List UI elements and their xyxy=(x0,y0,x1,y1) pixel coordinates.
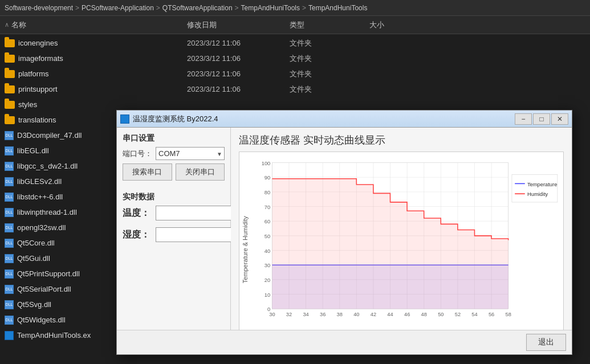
svg-text:36: 36 xyxy=(320,311,325,317)
col-type-header: 类型 xyxy=(290,20,369,30)
svg-text:30: 30 xyxy=(265,262,270,268)
file-name-text: libwinpthread-1.dll xyxy=(17,208,77,216)
svg-text:52: 52 xyxy=(455,311,461,317)
left-panel: 串口设置 端口号： COM7COM1COM2COM3COM4 ▼ 搜索串口 关闭… xyxy=(117,128,231,330)
svg-text:80: 80 xyxy=(265,189,270,195)
svg-text:48: 48 xyxy=(421,311,427,317)
dll-icon: DLL xyxy=(5,300,14,309)
file-name-text: Qt5Gui.dll xyxy=(17,254,50,263)
window-titlebar: 温湿度监测系统 By2022.4 − □ ✕ xyxy=(117,111,572,128)
svg-text:44: 44 xyxy=(387,311,393,317)
column-header: ∧ 名称 修改日期 类型 大小 xyxy=(0,16,590,34)
serial-section: 串口设置 端口号： COM7COM1COM2COM3COM4 ▼ 搜索串口 关闭… xyxy=(123,133,225,181)
file-date: 2023/3/12 11:06 xyxy=(187,69,290,78)
svg-text:46: 46 xyxy=(404,311,410,317)
file-row[interactable]: platforms 2023/3/12 11:06 文件夹 xyxy=(0,66,590,81)
file-name-text: translations xyxy=(18,116,56,124)
file-name-text: printsupport xyxy=(18,85,58,93)
window-title-icon xyxy=(120,114,129,124)
svg-text:34: 34 xyxy=(303,311,308,317)
folder-icon xyxy=(5,70,15,78)
file-name-text: libGLESv2.dll xyxy=(17,177,62,186)
breadcrumb-item-1[interactable]: Software-development xyxy=(5,4,73,12)
svg-text:40: 40 xyxy=(265,248,270,254)
svg-text:58: 58 xyxy=(506,311,511,317)
close-button[interactable]: ✕ xyxy=(551,113,568,125)
port-row: 端口号： COM7COM1COM2COM3COM4 ▼ xyxy=(123,147,225,160)
breadcrumb-sep-3: > xyxy=(235,4,239,12)
file-row[interactable]: imageformats 2023/3/12 11:06 文件夹 xyxy=(0,51,590,66)
file-name-text: Qt5Core.dll xyxy=(17,239,55,247)
minimize-button[interactable]: − xyxy=(515,113,532,125)
file-name-text: Qt5Widgets.dll xyxy=(17,316,66,324)
serial-section-title: 串口设置 xyxy=(123,133,225,144)
col-name-header: 名称 xyxy=(11,20,26,30)
svg-text:100: 100 xyxy=(262,160,271,166)
svg-text:50: 50 xyxy=(438,311,443,317)
file-name-text: opengl32sw.dll xyxy=(17,223,66,232)
file-name-text: Qt5PrintSupport.dll xyxy=(17,269,80,278)
breadcrumb-sep-2: > xyxy=(156,4,160,12)
dll-icon: DLL xyxy=(5,254,14,263)
temp-row: 温度： xyxy=(123,206,225,220)
port-select-wrapper: COM7COM1COM2COM3COM4 ▼ xyxy=(156,147,225,160)
svg-text:60: 60 xyxy=(265,218,270,224)
dll-icon: DLL xyxy=(5,285,14,294)
file-type: 文件夹 xyxy=(290,38,369,48)
breadcrumb-item-3[interactable]: QTSoftwareApplication xyxy=(162,4,233,12)
file-date: 2023/3/12 11:06 xyxy=(187,85,290,93)
search-serial-button[interactable]: 搜索串口 xyxy=(123,163,172,181)
realtime-section-title: 实时数据 xyxy=(123,192,225,202)
file-name-text: iconengines xyxy=(18,39,58,47)
port-label: 端口号： xyxy=(123,149,152,159)
exit-button[interactable]: 退出 xyxy=(526,334,566,351)
svg-text:Humidity: Humidity xyxy=(527,191,548,197)
breadcrumb-item-4[interactable]: TempAndHuniTools xyxy=(241,4,300,12)
chart-svg: 0102030405060708090100303234363840424446… xyxy=(251,157,559,330)
maximize-button[interactable]: □ xyxy=(533,113,550,125)
folder-icon xyxy=(5,55,15,63)
humi-label: 湿度： xyxy=(123,229,151,241)
breadcrumb-sep-1: > xyxy=(75,4,79,12)
file-type: 文件夹 xyxy=(290,54,369,64)
close-serial-button[interactable]: 关闭串口 xyxy=(176,163,225,181)
realtime-section: 实时数据 温度： 湿度： xyxy=(123,192,225,249)
temp-label: 温度： xyxy=(123,207,151,219)
file-name-text: platforms xyxy=(18,69,48,78)
file-name-text: Qt5SerialPort.dll xyxy=(17,285,71,293)
dll-icon: DLL xyxy=(5,316,14,325)
dll-icon: DLL xyxy=(5,193,14,202)
col-size-header: 大小 xyxy=(369,20,438,30)
breadcrumb-item-5[interactable]: TempAndHuniTools xyxy=(308,4,367,12)
svg-text:50: 50 xyxy=(265,233,270,239)
file-name: styles xyxy=(5,100,187,109)
file-name: imageformats xyxy=(5,54,187,63)
breadcrumb-item-2[interactable]: PCSoftware-Application xyxy=(82,4,154,12)
file-name-text: D3Dcompiler_47.dll xyxy=(17,131,82,140)
folder-icon xyxy=(5,85,15,93)
breadcrumb[interactable]: Software-development > PCSoftware-Applic… xyxy=(0,0,590,16)
dll-icon: DLL xyxy=(5,131,14,140)
file-date: 2023/3/12 11:06 xyxy=(187,39,290,47)
y-axis-label: Temperature & Humidity xyxy=(239,152,251,330)
dll-icon: DLL xyxy=(5,208,14,217)
file-row[interactable]: printsupport 2023/3/12 11:06 文件夹 xyxy=(0,81,590,97)
svg-text:90: 90 xyxy=(265,174,270,181)
svg-rect-53 xyxy=(512,175,558,202)
port-select[interactable]: COM7COM1COM2COM3COM4 xyxy=(156,147,225,160)
window-body: 串口设置 端口号： COM7COM1COM2COM3COM4 ▼ 搜索串口 关闭… xyxy=(117,128,572,330)
file-row[interactable]: iconengines 2023/3/12 11:06 文件夹 xyxy=(0,35,590,51)
folder-icon xyxy=(5,116,15,124)
file-name: iconengines xyxy=(5,39,187,47)
window-controls: − □ ✕ xyxy=(515,113,568,125)
file-name-text: Qt5Svg.dll xyxy=(17,300,51,309)
folder-icon xyxy=(5,101,15,109)
window-bottom: 退出 xyxy=(117,330,572,354)
svg-text:Temperature: Temperature xyxy=(527,181,557,187)
serial-btn-row: 搜索串口 关闭串口 xyxy=(123,163,225,181)
humi-row: 湿度： xyxy=(123,227,225,242)
file-date: 2023/3/12 11:06 xyxy=(187,54,290,63)
expand-arrow: ∧ xyxy=(5,21,9,28)
chart-area: Temperature & Humidity 01020304050607080… xyxy=(239,152,564,330)
dll-icon: DLL xyxy=(5,146,14,156)
